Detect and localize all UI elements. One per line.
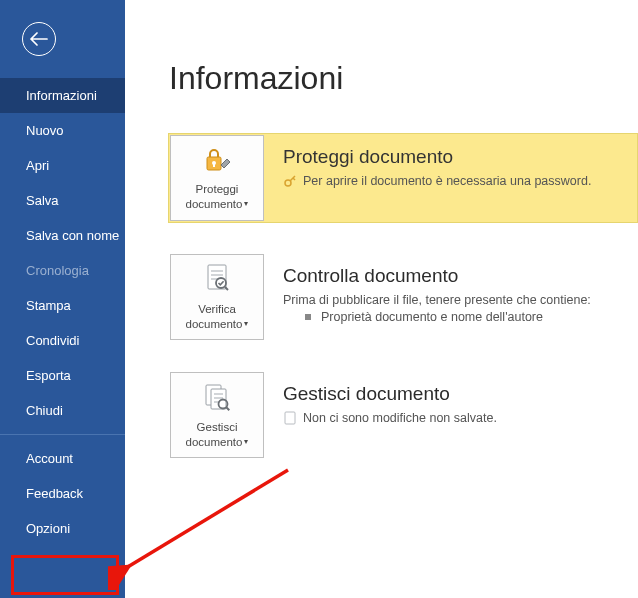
nav-chiudi[interactable]: Chiudi [0, 393, 125, 428]
arrow-left-icon [30, 32, 48, 46]
inspect-desc: Prima di pubblicare il file, tenere pres… [283, 293, 591, 307]
nav-nuovo[interactable]: Nuovo [0, 113, 125, 148]
nav-account[interactable]: Account [0, 441, 125, 476]
nav-cronologia: Cronologia [0, 253, 125, 288]
bullet-icon [305, 314, 311, 320]
nav-opzioni[interactable]: Opzioni [0, 511, 125, 546]
page-title: Informazioni [169, 60, 638, 97]
protect-body: Proteggi documento Per aprire il documen… [265, 134, 637, 191]
nav-stampa[interactable]: Stampa [0, 288, 125, 323]
inspect-bullet-text: Proprietà documento e nome dell'autore [321, 310, 543, 324]
nav-feedback[interactable]: Feedback [0, 476, 125, 511]
section-protect: Proteggi documento▾ Proteggi documento P… [168, 133, 638, 223]
inspect-document-button[interactable]: Verifica documento▾ [170, 254, 264, 340]
content-area: Informazioni Proteggi documento▾ Protegg… [125, 0, 638, 598]
inspect-bullet-row: Proprietà documento e nome dell'autore [283, 310, 624, 324]
backstage-sidebar: Informazioni Nuovo Apri Salva Salva con … [0, 0, 125, 598]
inspect-desc-row: Prima di pubblicare il file, tenere pres… [283, 293, 624, 307]
inspect-doc-icon [202, 263, 232, 298]
nav-salva-con-nome[interactable]: Salva con nome [0, 218, 125, 253]
manage-body: Gestisci documento Non ci sono modifiche… [265, 371, 638, 428]
nav-esporta[interactable]: Esporta [0, 358, 125, 393]
manage-button-label: Gestisci documento▾ [186, 420, 249, 449]
inspect-button-label: Verifica documento▾ [186, 302, 249, 331]
protect-desc-row: Per aprire il documento è necessaria una… [283, 174, 623, 188]
nav-main: Informazioni Nuovo Apri Salva Salva con … [0, 78, 125, 546]
doc-small-icon [283, 411, 297, 425]
protect-button-label: Proteggi documento▾ [186, 182, 249, 211]
manage-desc-row: Non ci sono modifiche non salvate. [283, 411, 624, 425]
section-inspect: Verifica documento▾ Controlla documento … [169, 253, 638, 341]
inspect-body: Controlla documento Prima di pubblicare … [265, 253, 638, 327]
manage-doc-icon [202, 381, 232, 416]
nav-salva[interactable]: Salva [0, 183, 125, 218]
svg-rect-9 [285, 412, 295, 424]
lock-key-icon [201, 145, 233, 178]
nav-separator [0, 434, 125, 435]
protect-title: Proteggi documento [283, 146, 623, 168]
manage-document-button[interactable]: Gestisci documento▾ [170, 372, 264, 458]
nav-informazioni[interactable]: Informazioni [0, 78, 125, 113]
svg-rect-2 [213, 164, 215, 167]
protect-document-button[interactable]: Proteggi documento▾ [170, 135, 264, 221]
manage-desc: Non ci sono modifiche non salvate. [303, 411, 497, 425]
nav-apri[interactable]: Apri [0, 148, 125, 183]
section-manage: Gestisci documento▾ Gestisci documento N… [169, 371, 638, 459]
protect-desc: Per aprire il documento è necessaria una… [303, 174, 591, 188]
key-icon [283, 175, 297, 187]
manage-title: Gestisci documento [283, 383, 624, 405]
back-button[interactable] [22, 22, 56, 56]
inspect-title: Controlla documento [283, 265, 624, 287]
nav-condividi[interactable]: Condividi [0, 323, 125, 358]
